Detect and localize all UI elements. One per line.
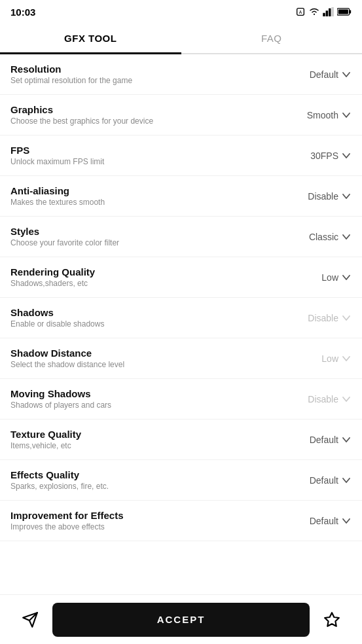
setting-info-effects-quality: Effects QualitySparks, explosions, fire,… (10, 469, 293, 491)
setting-title-texture-quality: Texture Quality (10, 429, 293, 440)
favorite-button[interactable] (317, 605, 346, 634)
setting-value-texture-quality: Default (310, 435, 338, 445)
setting-control-shadow-distance[interactable]: Low (293, 353, 352, 364)
chevron-down-icon (341, 353, 352, 364)
setting-control-texture-quality[interactable]: Default (293, 435, 352, 445)
setting-desc-shadows: Enable or disable shadows (10, 319, 293, 329)
setting-value-graphics: Smooth (307, 110, 338, 120)
setting-row-shadow-distance[interactable]: Shadow DistanceSelect the shadow distanc… (0, 338, 362, 379)
setting-control-moving-shadows[interactable]: Disable (293, 394, 352, 404)
setting-control-rendering-quality[interactable]: Low (293, 272, 352, 283)
tab-gfx-tool[interactable]: GFX TOOL (0, 24, 181, 53)
setting-desc-resolution: Set optimal resolution for the game (10, 76, 293, 85)
setting-value-rendering-quality: Low (321, 272, 338, 283)
setting-title-effects-quality: Effects Quality (10, 469, 293, 480)
setting-desc-shadow-distance: Select the shadow distance level (10, 360, 293, 369)
setting-control-anti-aliasing[interactable]: Disable (293, 191, 352, 202)
status-bar: 10:03 A (0, 0, 362, 24)
setting-row-shadows[interactable]: ShadowsEnable or disable shadowsDisable (0, 298, 362, 338)
setting-value-moving-shadows: Disable (308, 394, 338, 404)
setting-row-effects-quality[interactable]: Effects QualitySparks, explosions, fire,… (0, 460, 362, 501)
setting-title-fps: FPS (10, 145, 293, 156)
tab-bar: GFX TOOL FAQ (0, 24, 362, 54)
chevron-down-icon (341, 272, 352, 283)
chevron-down-icon (341, 191, 352, 202)
setting-title-shadow-distance: Shadow Distance (10, 348, 293, 359)
status-time: 10:03 (10, 7, 35, 18)
svg-rect-2 (323, 13, 325, 16)
setting-row-improvement-effects[interactable]: Improvement for EffectsImproves the abov… (0, 501, 362, 541)
setting-row-resolution[interactable]: ResolutionSet optimal resolution for the… (0, 54, 362, 95)
setting-title-styles: Styles (10, 226, 293, 237)
setting-desc-fps: Unlock maximum FPS limit (10, 157, 293, 166)
setting-title-rendering-quality: Rendering Quality (10, 266, 293, 277)
svg-rect-4 (329, 9, 331, 16)
chevron-down-icon (341, 435, 352, 445)
setting-value-improvement-effects: Default (310, 516, 338, 526)
setting-title-anti-aliasing: Anti-aliasing (10, 185, 293, 196)
svg-text:A: A (299, 10, 302, 14)
setting-row-rendering-quality[interactable]: Rendering QualityShadows,shaders, etcLow (0, 257, 362, 298)
setting-desc-texture-quality: Items,vehicle, etc (10, 441, 293, 450)
chevron-down-icon (341, 394, 352, 404)
svg-marker-10 (325, 613, 339, 626)
setting-title-moving-shadows: Moving Shadows (10, 388, 293, 399)
chevron-down-icon (341, 313, 352, 323)
wifi-icon (308, 7, 320, 16)
setting-row-fps[interactable]: FPSUnlock maximum FPS limit30FPS (0, 135, 362, 176)
setting-control-fps[interactable]: 30FPS (293, 151, 352, 161)
setting-control-styles[interactable]: Classic (293, 232, 352, 242)
setting-desc-rendering-quality: Shadows,shaders, etc (10, 279, 293, 288)
svg-rect-8 (338, 10, 348, 14)
setting-row-moving-shadows[interactable]: Moving ShadowsShadows of players and car… (0, 379, 362, 420)
chevron-down-icon (341, 151, 352, 161)
notification-icon: A (295, 7, 306, 17)
status-icons: A (295, 7, 352, 17)
chevron-down-icon (341, 69, 352, 80)
chevron-down-icon (341, 516, 352, 526)
setting-value-resolution: Default (310, 69, 338, 80)
setting-value-shadow-distance: Low (321, 353, 338, 364)
setting-desc-moving-shadows: Shadows of players and cars (10, 401, 293, 410)
battery-icon (337, 8, 352, 16)
setting-row-graphics[interactable]: GraphicsChoose the best graphics for you… (0, 95, 362, 135)
svg-rect-7 (350, 10, 352, 13)
setting-desc-anti-aliasing: Makes the textures smooth (10, 198, 293, 207)
share-button[interactable] (16, 605, 45, 634)
setting-value-shadows: Disable (308, 313, 338, 323)
setting-value-effects-quality: Default (310, 475, 338, 486)
svg-rect-5 (331, 7, 334, 16)
setting-value-anti-aliasing: Disable (308, 191, 338, 202)
setting-info-shadows: ShadowsEnable or disable shadows (10, 307, 293, 329)
setting-info-moving-shadows: Moving ShadowsShadows of players and car… (10, 388, 293, 410)
accept-button[interactable]: ACCEPT (52, 603, 310, 637)
setting-desc-effects-quality: Sparks, explosions, fire, etc. (10, 482, 293, 491)
setting-control-shadows[interactable]: Disable (293, 313, 352, 323)
setting-title-improvement-effects: Improvement for Effects (10, 510, 293, 521)
setting-info-texture-quality: Texture QualityItems,vehicle, etc (10, 429, 293, 450)
setting-info-graphics: GraphicsChoose the best graphics for you… (10, 104, 293, 126)
setting-value-fps: 30FPS (310, 151, 338, 161)
chevron-down-icon (341, 475, 352, 486)
setting-info-shadow-distance: Shadow DistanceSelect the shadow distanc… (10, 348, 293, 369)
setting-info-improvement-effects: Improvement for EffectsImproves the abov… (10, 510, 293, 531)
star-icon (323, 611, 340, 628)
setting-row-anti-aliasing[interactable]: Anti-aliasingMakes the textures smoothDi… (0, 176, 362, 217)
setting-row-texture-quality[interactable]: Texture QualityItems,vehicle, etcDefault (0, 420, 362, 460)
bottom-bar: ACCEPT (0, 594, 362, 644)
setting-info-fps: FPSUnlock maximum FPS limit (10, 145, 293, 166)
tab-faq[interactable]: FAQ (181, 24, 363, 53)
setting-value-styles: Classic (309, 232, 338, 242)
setting-control-improvement-effects[interactable]: Default (293, 516, 352, 526)
setting-title-resolution: Resolution (10, 63, 293, 75)
setting-info-styles: StylesChoose your favorite color filter (10, 226, 293, 247)
signal-icon (323, 7, 335, 16)
setting-info-rendering-quality: Rendering QualityShadows,shaders, etc (10, 266, 293, 288)
setting-control-resolution[interactable]: Default (293, 69, 352, 80)
setting-control-graphics[interactable]: Smooth (293, 110, 352, 120)
share-icon (22, 611, 39, 628)
setting-control-effects-quality[interactable]: Default (293, 475, 352, 486)
setting-row-styles[interactable]: StylesChoose your favorite color filterC… (0, 217, 362, 257)
svg-rect-3 (326, 10, 329, 16)
setting-desc-improvement-effects: Improves the above effects (10, 522, 293, 531)
